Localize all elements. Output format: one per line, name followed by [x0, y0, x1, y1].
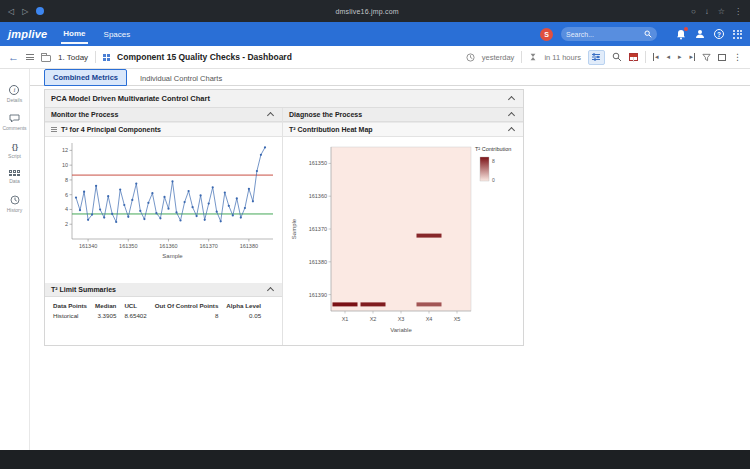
column-header: Data Points — [49, 300, 91, 310]
report-menu-icon[interactable] — [51, 127, 57, 132]
notifications-bell-icon[interactable] — [676, 29, 686, 40]
limit-summaries-header[interactable]: T² Limit Summaries — [45, 283, 282, 297]
info-icon: i — [9, 85, 19, 95]
svg-text:161380: 161380 — [240, 243, 258, 249]
browser-back-icon[interactable]: ◁ — [8, 7, 14, 16]
svg-text:161350: 161350 — [309, 160, 327, 166]
apps-grid-icon[interactable] — [733, 30, 742, 39]
app-navbar: jmplive Home Spaces S ? — [0, 22, 750, 46]
browser-forward-icon[interactable]: ▷ — [22, 7, 28, 16]
help-icon[interactable]: ? — [714, 29, 724, 39]
profile-person-icon[interactable] — [695, 29, 705, 39]
svg-text:X4: X4 — [426, 316, 433, 322]
more-options-icon[interactable]: ⋮ — [733, 52, 742, 62]
global-search[interactable] — [561, 27, 657, 41]
data-table-icon[interactable] — [629, 53, 638, 61]
breadcrumb[interactable]: 1. Today — [58, 53, 88, 62]
browser-download-icon[interactable]: ↓ — [705, 7, 709, 16]
tab-combined-metrics[interactable]: Combined Metrics — [44, 69, 127, 86]
table-grid-icon — [9, 170, 20, 176]
t2-contribution-heatmap[interactable]: 161350161360161370161380161390X1X2X3X4X5… — [283, 137, 523, 345]
sidebar-item-comments[interactable]: Comments — [2, 114, 26, 131]
svg-text:161360: 161360 — [309, 193, 327, 199]
svg-text:X1: X1 — [342, 316, 349, 322]
svg-text:161360: 161360 — [159, 243, 177, 249]
svg-text:161380: 161380 — [309, 259, 327, 265]
first-page-icon[interactable]: ◂ — [653, 53, 659, 61]
sidebar-item-script[interactable]: { } Script — [8, 142, 21, 159]
previous-page-icon[interactable]: ◂ — [666, 53, 670, 61]
sidebar-toggle-icon[interactable] — [26, 54, 34, 60]
jmp-live-window: ◁ ▷ dmslive16.jmp.com ○ ↓ ☆ ⋮ jmplive Ho… — [0, 0, 750, 469]
report-sidebar: i Details Comments { } Script Data Histo… — [0, 69, 30, 450]
diagnose-process-panel: Diagnose the Process T² Contribution Hea… — [283, 108, 523, 345]
filter-icon[interactable] — [702, 53, 711, 62]
zoom-icon[interactable] — [612, 52, 622, 62]
collapse-chevron-icon[interactable] — [267, 287, 274, 294]
svg-text:10: 10 — [62, 162, 68, 168]
cell-ucl: 8.65402 — [120, 310, 150, 320]
svg-text:161340: 161340 — [79, 243, 97, 249]
cell-out-of-control: 8 — [151, 310, 223, 320]
collapse-chevron-icon[interactable] — [267, 112, 274, 119]
hourglass-icon — [529, 52, 537, 62]
cell-median: 3.3905 — [91, 310, 120, 320]
diagnose-header[interactable]: Diagnose the Process — [283, 108, 523, 122]
next-page-icon[interactable]: ▸ — [678, 53, 682, 61]
svg-text:12: 12 — [62, 147, 68, 153]
report-content: PCA Model Driven Multivariate Control Ch… — [30, 86, 750, 450]
tab-individual-control-charts[interactable]: Individual Control Charts — [132, 71, 230, 86]
user-avatar[interactable]: S — [540, 28, 553, 41]
history-clock-icon — [10, 195, 20, 205]
collapse-chevron-icon[interactable] — [508, 112, 515, 119]
nav-item-home[interactable]: Home — [61, 24, 87, 44]
table-row: Historical 3.3905 8.65402 8 0.05 — [49, 310, 265, 320]
monitor-header[interactable]: Monitor the Process — [45, 108, 282, 122]
back-button[interactable]: ← — [8, 52, 19, 63]
column-header: UCL — [120, 300, 150, 310]
browser-menu-icon[interactable]: ⋮ — [734, 7, 742, 16]
cell-data-points: Historical — [49, 310, 91, 320]
svg-text:X2: X2 — [370, 316, 377, 322]
sidebar-item-data[interactable]: Data — [9, 170, 20, 184]
card-header[interactable]: PCA Model Driven Multivariate Control Ch… — [45, 90, 523, 108]
refresh-clock-icon — [466, 53, 475, 62]
last-refreshed-label: yesterday — [482, 53, 515, 62]
cell-alpha: 0.05 — [222, 310, 265, 320]
browser-bookmark-icon[interactable]: ☆ — [718, 7, 725, 16]
svg-text:161350: 161350 — [119, 243, 137, 249]
sidebar-item-details[interactable]: i Details — [7, 85, 22, 103]
svg-text:6: 6 — [65, 192, 68, 198]
sidebar-item-history[interactable]: History — [7, 195, 23, 213]
control-panel-toggle-button[interactable] — [588, 50, 605, 65]
svg-text:8: 8 — [492, 158, 495, 164]
address-bar[interactable]: dmslive16.jmp.com — [52, 8, 682, 15]
t2-control-chart[interactable]: 24681012161340161350161360161370161380Sa… — [45, 137, 281, 269]
monitor-process-panel: Monitor the Process T² for 4 Principal C… — [45, 108, 283, 345]
last-page-icon[interactable]: ▸ — [689, 53, 695, 61]
svg-text:4: 4 — [65, 206, 68, 212]
limit-summaries-table: Data Points Median UCL Out Of Control Po… — [49, 300, 265, 320]
collapse-chevron-icon[interactable] — [508, 96, 515, 103]
report-tabbar: Combined Metrics Individual Control Char… — [30, 69, 750, 86]
document-toolbar: ← 1. Today Component 15 Quality Checks -… — [0, 46, 750, 69]
svg-text:8: 8 — [65, 177, 68, 183]
collapse-chevron-icon[interactable] — [508, 127, 515, 134]
jmp-live-logo[interactable]: jmplive — [8, 28, 47, 40]
svg-text:161390: 161390 — [309, 292, 327, 298]
svg-text:0: 0 — [492, 177, 495, 183]
column-header: Median — [91, 300, 120, 310]
browser-extension-icon[interactable]: ○ — [691, 7, 696, 16]
browser-chrome: ◁ ▷ dmslive16.jmp.com ○ ↓ ☆ ⋮ — [0, 0, 750, 22]
column-header: Out Of Control Points — [151, 300, 223, 310]
next-update-label: in 11 hours — [544, 53, 581, 62]
dashboard-icon — [103, 54, 110, 61]
svg-text:161370: 161370 — [200, 243, 218, 249]
fullscreen-icon[interactable] — [718, 54, 726, 61]
search-input[interactable] — [566, 31, 644, 38]
sliders-icon — [591, 52, 601, 62]
nav-item-spaces[interactable]: Spaces — [102, 25, 133, 43]
control-chart-header[interactable]: T² for 4 Principal Components — [45, 122, 282, 137]
heatmap-header[interactable]: T² Contribution Heat Map — [283, 122, 523, 137]
svg-text:Variable: Variable — [390, 327, 412, 333]
